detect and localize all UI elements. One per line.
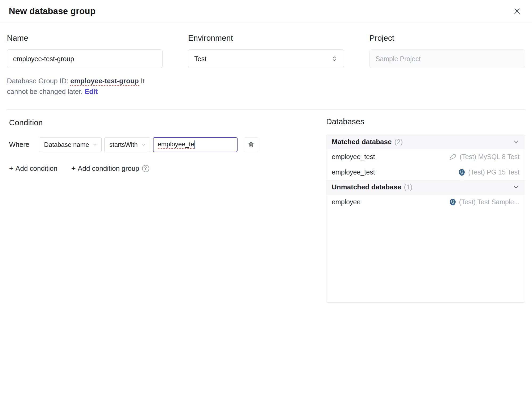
unmatched-database-title: Unmatched database [332, 183, 401, 191]
databases-section: Databases Matched database (2) employee_… [326, 110, 525, 303]
delete-condition-button[interactable] [244, 137, 258, 152]
postgresql-icon [458, 169, 466, 176]
add-condition-label: Add condition [15, 164, 57, 173]
databases-heading: Databases [326, 117, 525, 126]
database-name: employee [332, 198, 360, 206]
condition-field-select[interactable]: Database name [39, 137, 102, 152]
project-input[interactable] [369, 49, 525, 68]
unmatched-database-count: (1) [404, 183, 413, 191]
database-row: employee (Test) Test Sample... [326, 194, 525, 210]
condition-section: Condition Where Database name startsWith [7, 110, 326, 303]
condition-operator-select[interactable]: startsWith [104, 137, 150, 152]
group-id-help: Database Group ID: employee-test-group I… [7, 76, 163, 97]
help-icon[interactable]: ? [142, 165, 149, 172]
database-name: employee_test [332, 153, 375, 161]
group-id-value: employee-test-group [70, 77, 139, 86]
database-row: employee_test (Test) MySQL 8 Test [326, 149, 525, 165]
database-row: employee_test (Test) PG 15 Test [326, 165, 525, 180]
unmatched-database-group-header[interactable]: Unmatched database (1) [326, 180, 525, 194]
text-caret [194, 140, 195, 149]
postgresql-icon [449, 198, 456, 206]
chevron-down-icon [92, 142, 98, 147]
environment-selected-value: Test [194, 55, 206, 63]
mysql-icon [449, 153, 457, 161]
add-condition-button[interactable]: + Add condition [9, 164, 57, 173]
form-row: Name Database Group ID: employee-test-gr… [7, 34, 525, 97]
condition-heading: Condition [9, 118, 326, 127]
database-instance: (Test) PG 15 Test [468, 168, 519, 176]
condition-value-input[interactable]: employee_te [153, 137, 238, 152]
chevron-up-down-icon [331, 55, 338, 62]
close-button[interactable] [512, 6, 522, 16]
dialog-title: New database group [9, 6, 95, 16]
condition-field-value: Database name [44, 141, 89, 148]
name-label: Name [7, 34, 163, 43]
plus-icon: + [71, 165, 76, 172]
where-label: Where [9, 140, 30, 149]
chevron-down-icon [141, 142, 146, 147]
chevron-down-icon [513, 184, 519, 191]
project-field-group: Project [369, 34, 525, 97]
environment-label: Environment [188, 34, 344, 43]
edit-group-id-link[interactable]: Edit [85, 88, 98, 95]
plus-icon: + [9, 165, 13, 172]
name-input[interactable] [7, 49, 163, 68]
matched-database-count: (2) [394, 138, 403, 146]
database-instance: (Test) Test Sample... [459, 198, 519, 206]
name-field-group: Name Database Group ID: employee-test-gr… [7, 34, 163, 97]
databases-panel: Matched database (2) employee_test [326, 135, 525, 303]
condition-row: Where Database name startsWith e [9, 137, 326, 152]
add-condition-group-button[interactable]: + Add condition group ? [71, 164, 149, 173]
group-id-prefix: Database Group ID: [7, 77, 68, 85]
condition-actions: + Add condition + Add condition group ? [9, 164, 326, 173]
environment-select[interactable]: Test [188, 49, 344, 68]
condition-operator-value: startsWith [109, 141, 138, 148]
condition-value-text: employee_te [158, 140, 194, 149]
add-condition-group-label: Add condition group [78, 164, 139, 173]
dialog-header: New database group [0, 0, 532, 22]
chevron-down-icon [513, 138, 519, 145]
matched-database-title: Matched database [332, 138, 392, 146]
database-name: employee_test [332, 168, 375, 176]
project-label: Project [369, 34, 525, 43]
trash-icon [248, 141, 255, 148]
matched-database-group-header[interactable]: Matched database (2) [326, 135, 525, 149]
close-icon [513, 7, 521, 15]
database-instance: (Test) MySQL 8 Test [460, 153, 519, 161]
environment-field-group: Environment Test [188, 34, 344, 97]
